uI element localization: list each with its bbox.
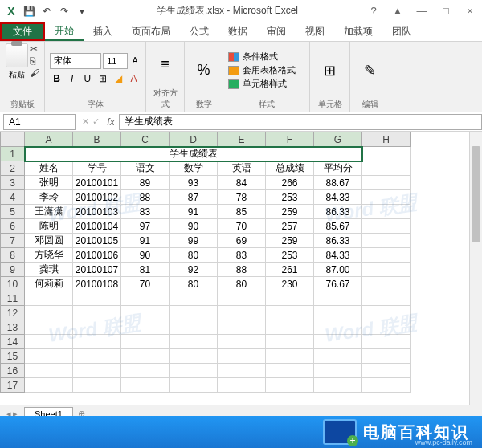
cell[interactable]: 88 — [121, 190, 170, 205]
cell[interactable]: 20100101 — [73, 176, 121, 190]
cell[interactable]: 20100108 — [73, 277, 121, 291]
cell[interactable]: 81 — [121, 263, 170, 277]
column-header[interactable]: C — [121, 132, 170, 147]
fx-icon[interactable]: fx — [103, 116, 119, 128]
number-button[interactable]: % — [190, 43, 218, 97]
cell[interactable] — [170, 364, 218, 378]
cell[interactable] — [314, 320, 362, 335]
cell[interactable]: 91 — [121, 234, 170, 248]
cell[interactable]: 86.33 — [314, 205, 362, 219]
italic-button[interactable]: I — [65, 71, 79, 87]
column-header[interactable]: F — [266, 132, 314, 147]
cell[interactable]: 平均分 — [314, 161, 362, 176]
cell[interactable]: 92 — [170, 263, 218, 277]
cell[interactable] — [218, 320, 266, 335]
cell[interactable] — [362, 248, 411, 263]
alignment-button[interactable]: ≡ — [151, 43, 179, 86]
maximize-button[interactable]: □ — [437, 3, 455, 19]
row-header[interactable]: 6 — [1, 219, 25, 234]
cell[interactable]: 龚琪 — [25, 263, 73, 277]
cell[interactable] — [73, 378, 121, 393]
cell[interactable] — [362, 219, 411, 234]
cell[interactable] — [266, 378, 314, 393]
cell[interactable]: 99 — [170, 234, 218, 248]
cell[interactable]: 学号 — [73, 161, 121, 176]
accept-formula-icon[interactable]: ✓ — [92, 116, 100, 127]
cell[interactable] — [362, 161, 411, 176]
minimize-button[interactable]: — — [413, 3, 431, 19]
column-header[interactable]: A — [25, 132, 73, 147]
row-header[interactable]: 7 — [1, 234, 25, 248]
row-header[interactable]: 14 — [1, 335, 25, 349]
tab-home[interactable]: 开始 — [45, 22, 84, 41]
row-header[interactable]: 5 — [1, 205, 25, 219]
cell[interactable]: 邓圆圆 — [25, 234, 73, 248]
row-header[interactable]: 10 — [1, 277, 25, 291]
increase-font-button[interactable]: A — [129, 53, 141, 69]
save-button[interactable]: 💾 — [21, 3, 37, 19]
cell[interactable] — [73, 364, 121, 378]
cut-button[interactable]: ✂ — [30, 43, 39, 55]
row-header[interactable]: 16 — [1, 364, 25, 378]
cell[interactable] — [73, 349, 121, 364]
cell[interactable] — [362, 349, 411, 364]
tab-addins[interactable]: 加载项 — [334, 22, 382, 41]
cell[interactable]: 方晓华 — [25, 248, 73, 263]
vertical-scrollbar[interactable] — [469, 132, 482, 405]
cell[interactable]: 20100106 — [73, 248, 121, 263]
cell[interactable] — [170, 349, 218, 364]
cells-button[interactable]: ⊞ — [315, 43, 345, 97]
cell[interactable] — [25, 378, 73, 393]
cell[interactable] — [218, 364, 266, 378]
cell[interactable] — [266, 320, 314, 335]
cell[interactable] — [362, 291, 411, 306]
cell[interactable] — [362, 378, 411, 393]
cell[interactable]: 87.00 — [314, 263, 362, 277]
underline-button[interactable]: U — [80, 71, 94, 87]
column-header[interactable]: H — [362, 132, 411, 147]
cell[interactable]: 84 — [218, 176, 266, 190]
cell[interactable] — [170, 291, 218, 306]
cell[interactable] — [121, 320, 170, 335]
cell[interactable] — [170, 335, 218, 349]
cell[interactable]: 253 — [266, 190, 314, 205]
cell[interactable] — [218, 306, 266, 320]
cell[interactable] — [362, 320, 411, 335]
tab-team[interactable]: 团队 — [382, 22, 421, 41]
cell[interactable]: 257 — [266, 219, 314, 234]
cell[interactable] — [314, 364, 362, 378]
cell[interactable]: 20100103 — [73, 205, 121, 219]
cell[interactable] — [266, 306, 314, 320]
cell[interactable]: 20100104 — [73, 219, 121, 234]
cell[interactable]: 88 — [218, 263, 266, 277]
cell[interactable]: 王潇潇 — [25, 205, 73, 219]
tab-formulas[interactable]: 公式 — [180, 22, 219, 41]
cell[interactable]: 20100105 — [73, 234, 121, 248]
cell[interactable] — [121, 335, 170, 349]
cell[interactable] — [170, 306, 218, 320]
cell[interactable]: 259 — [266, 205, 314, 219]
cell[interactable] — [25, 335, 73, 349]
select-all-corner[interactable] — [1, 132, 25, 147]
cell[interactable]: 76.67 — [314, 277, 362, 291]
cell[interactable]: 85.67 — [314, 219, 362, 234]
cell[interactable] — [121, 364, 170, 378]
copy-button[interactable]: ⎘ — [30, 55, 39, 67]
cell[interactable] — [218, 349, 266, 364]
row-header[interactable]: 3 — [1, 176, 25, 190]
cell[interactable]: 总成绩 — [266, 161, 314, 176]
cell[interactable]: 88.67 — [314, 176, 362, 190]
cell[interactable]: 78 — [218, 190, 266, 205]
row-header[interactable]: 17 — [1, 378, 25, 393]
cell[interactable] — [362, 205, 411, 219]
cell[interactable] — [218, 378, 266, 393]
cell[interactable] — [25, 364, 73, 378]
border-button[interactable]: ⊞ — [96, 71, 110, 87]
cell[interactable] — [266, 335, 314, 349]
cell[interactable] — [266, 364, 314, 378]
cell[interactable]: 85 — [218, 205, 266, 219]
row-header[interactable]: 2 — [1, 161, 25, 176]
tab-review[interactable]: 审阅 — [257, 22, 296, 41]
conditional-format-button[interactable]: 条件格式 — [228, 51, 304, 63]
cell[interactable] — [73, 335, 121, 349]
